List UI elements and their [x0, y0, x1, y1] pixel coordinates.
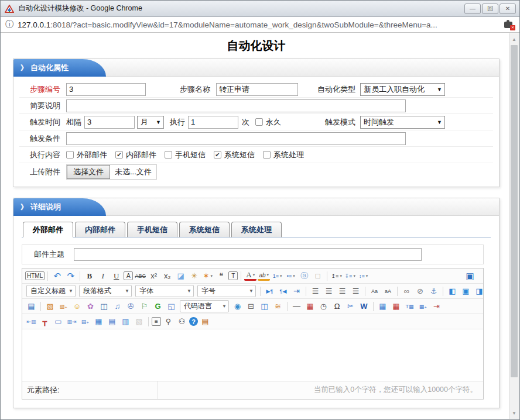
local-image-icon[interactable]: ≋ [272, 300, 284, 312]
delete-table-icon[interactable]: ▦ [390, 300, 402, 312]
line-height-icon[interactable]: ↕≡▾ [357, 270, 370, 282]
insert-row-below-icon[interactable]: ▤₊ [79, 315, 91, 328]
auto-type-select[interactable]: 新员工入职自动化 ▼ [360, 83, 445, 96]
time-icon[interactable]: ◷ [317, 300, 330, 312]
font-family-select[interactable]: 字体▼ [135, 285, 194, 297]
plugin-blocked-icon[interactable]: ✕ [504, 22, 512, 28]
system-process-checkbox[interactable] [263, 151, 271, 159]
blockquote-icon[interactable]: ❝ [215, 270, 227, 282]
font-size-select[interactable]: 字号▼ [197, 285, 256, 297]
editor-canvas[interactable] [22, 329, 483, 381]
align-center-icon[interactable]: ☰ [323, 285, 335, 297]
screenshot-icon[interactable]: ✂ [344, 300, 357, 312]
ordered-list-icon[interactable]: 1≡▾ [271, 270, 283, 282]
chart-icon[interactable]: ▧ [133, 315, 145, 328]
insert-table-icon[interactable]: ▦ [377, 300, 389, 312]
font-color-icon[interactable]: A▾ [244, 271, 256, 281]
redo-icon[interactable]: ↷ [64, 270, 77, 282]
choose-file-button[interactable]: 选择文件 [67, 165, 110, 179]
unlink-icon[interactable]: ⊘ [414, 285, 426, 297]
eraser-icon[interactable]: ◪ [175, 270, 187, 282]
rtl-icon[interactable]: ¶◀ [277, 285, 289, 297]
brief-input[interactable] [66, 99, 406, 112]
scrawl-icon[interactable]: ✿ [84, 300, 97, 312]
align-justify-icon[interactable]: ☰ [350, 285, 362, 297]
emotion-icon[interactable]: ☺ [71, 300, 83, 312]
merge-cells-icon[interactable]: ⇥ [430, 300, 443, 312]
trigger-mode-select[interactable]: 时间触发 ▼ [360, 116, 445, 129]
tab-sms[interactable]: 手机短信 [127, 222, 177, 237]
table-cols-icon[interactable]: ▥ [119, 315, 132, 328]
insert-image-icon[interactable]: ▧ [44, 300, 56, 312]
clear-doc-icon[interactable]: □ [312, 270, 324, 282]
hr-icon[interactable]: — [290, 300, 303, 312]
print-icon[interactable]: ≡ [152, 317, 161, 326]
font-border-icon[interactable]: A [124, 271, 133, 280]
step-no-input[interactable] [66, 83, 146, 96]
table-title-icon[interactable]: T▦ [403, 300, 416, 312]
insert-col-left-icon[interactable]: ⇤▥ [25, 315, 37, 328]
video-icon[interactable]: ◫ [98, 300, 110, 312]
format-brush-icon[interactable]: ✳ [188, 270, 200, 282]
table-rows-icon[interactable]: ▤ [106, 315, 118, 328]
maximize-button[interactable]: 回 [482, 4, 498, 14]
tab-system-sms[interactable]: 系统短信 [179, 222, 230, 237]
code-language-select[interactable]: 代码语言▼ [180, 300, 229, 312]
auto-typeset-icon[interactable]: ✶▾ [201, 270, 214, 282]
strikethrough-icon[interactable]: ABC [134, 270, 146, 282]
trigger-cond-input[interactable] [66, 132, 406, 145]
align-left-icon[interactable]: ☰ [309, 285, 321, 297]
sms-checkbox[interactable] [165, 151, 172, 159]
paste-text-icon[interactable]: T [228, 271, 238, 280]
external-mail-checkbox[interactable] [66, 151, 74, 159]
preview-icon[interactable]: ⚲ [162, 315, 175, 328]
clipboard-icon[interactable]: ▤ [199, 315, 211, 328]
tab-system-process[interactable]: 系统处理 [231, 222, 282, 237]
fullscreen-icon[interactable]: ▣ [464, 270, 476, 282]
tab-internal-mail[interactable]: 内部邮件 [75, 222, 125, 237]
custom-title-select[interactable]: 自定义标题▼ [26, 285, 76, 297]
page-info-icon[interactable]: ⓘ [5, 19, 13, 30]
split-cell-icon[interactable]: ┳ [39, 315, 51, 328]
find-replace-icon[interactable]: ⚇ [176, 315, 188, 328]
interval-unit-select[interactable]: 月 ▼ [137, 116, 164, 129]
space-top-icon[interactable]: ↥≡▾ [330, 270, 343, 282]
html-source-icon[interactable]: HTML [25, 271, 45, 280]
uppercase-icon[interactable]: Aa [368, 285, 381, 297]
undo-icon[interactable]: ↶ [51, 270, 63, 282]
image-right-icon[interactable]: ◨ [473, 285, 485, 297]
scroll-down-button[interactable]: ▼ [509, 408, 519, 418]
subscript-icon[interactable]: x₂ [161, 270, 173, 282]
anchor-inline-icon[interactable]: ⓐ [298, 270, 310, 282]
help-icon[interactable]: ? [189, 317, 198, 326]
paragraph-format-select[interactable]: 段落格式▼ [79, 285, 132, 297]
select-cell-icon[interactable]: ▭ [52, 315, 64, 328]
gmap-icon[interactable]: G [152, 300, 164, 312]
mail-subject-input[interactable] [74, 248, 422, 261]
iframe-icon[interactable]: ◱ [165, 300, 177, 312]
space-bottom-icon[interactable]: ↧≡▾ [344, 270, 356, 282]
tab-external-mail[interactable]: 外部邮件 [23, 222, 73, 237]
lowercase-icon[interactable]: aA [382, 285, 394, 297]
anchor-icon[interactable]: ⚓ [427, 285, 440, 297]
unordered-list-icon[interactable]: •≡▾ [285, 270, 297, 282]
table-full-icon[interactable]: ▦ [93, 315, 105, 328]
template-icon[interactable]: ◫ [258, 300, 271, 312]
internal-mail-checkbox[interactable]: ✔ [115, 151, 123, 159]
underline-icon[interactable]: U [110, 270, 122, 282]
music-icon[interactable]: ♫ [111, 300, 124, 312]
italic-icon[interactable]: I [97, 270, 109, 282]
close-button[interactable]: ✕ [500, 4, 516, 14]
scroll-up-button[interactable]: ▲ [509, 35, 519, 44]
vertical-scrollbar[interactable]: ▲ ▼ [509, 33, 519, 419]
date-icon[interactable]: ▦ [304, 300, 316, 312]
insert-col-right-icon[interactable]: ▥⇥ [66, 315, 78, 328]
multi-image-icon[interactable]: ▧₊ [57, 300, 70, 312]
link-icon[interactable]: ∞ [401, 285, 413, 297]
minimize-button[interactable]: — [464, 4, 481, 14]
special-char-icon[interactable]: Ω [331, 300, 343, 312]
exec-count-input[interactable] [188, 116, 238, 129]
pagebreak-icon[interactable]: ⊟ [245, 300, 257, 312]
image-center-icon[interactable]: ▣ [460, 285, 472, 297]
align-right-icon[interactable]: ☰ [336, 285, 348, 297]
